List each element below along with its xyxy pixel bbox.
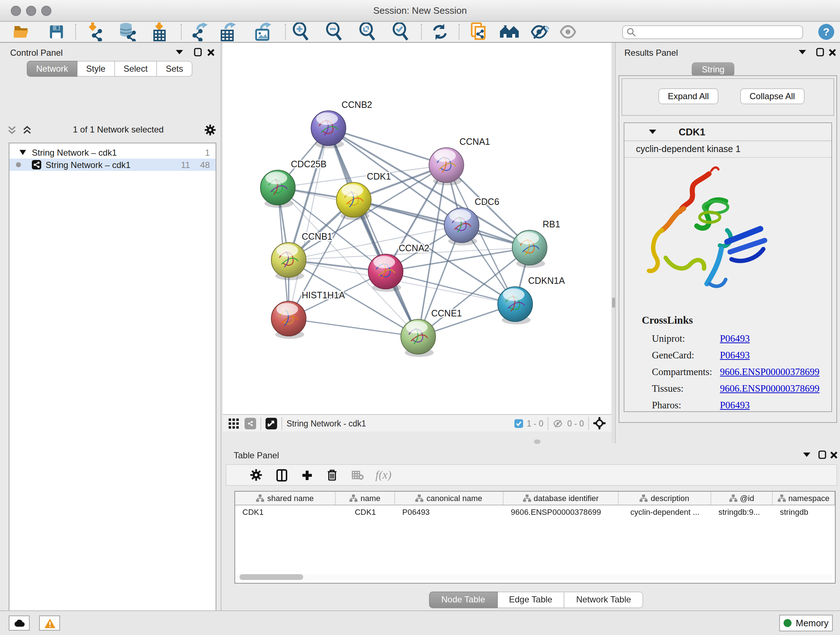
crosslink-link[interactable]: P06493	[720, 399, 750, 411]
collapse-all-networks-icon[interactable]	[7, 125, 17, 134]
tab-node-table[interactable]: Node Table	[429, 592, 497, 608]
vertical-splitter[interactable]	[611, 43, 615, 443]
table-cell[interactable]: cyclin-dependent ...	[619, 505, 711, 518]
export-image-icon[interactable]	[253, 22, 273, 41]
show-all-icon[interactable]	[559, 22, 579, 41]
expand-all-networks-icon[interactable]	[22, 125, 32, 134]
results-panel-close-icon[interactable]	[829, 48, 836, 57]
crosslink-link[interactable]: 9606.ENSP00000378699	[720, 383, 819, 394]
network-edge[interactable]	[328, 128, 447, 165]
table-row[interactable]: CDK1CDK1P064939606.ENSP00000378699cyclin…	[235, 505, 835, 518]
cloud-button[interactable]	[9, 616, 30, 631]
column-header-shared-name[interactable]: shared name	[235, 492, 336, 505]
add-column-icon[interactable]	[297, 466, 316, 484]
search-input[interactable]	[636, 27, 802, 37]
table-horizontal-scrollbar[interactable]	[237, 574, 832, 580]
table-panel-menu-icon[interactable]	[803, 452, 810, 458]
search-icon	[627, 27, 636, 37]
splitter-handle[interactable]	[612, 298, 615, 308]
delete-column-icon[interactable]	[323, 466, 341, 484]
detach-view-icon[interactable]	[265, 417, 277, 429]
crosslink-link[interactable]: 9606.ENSP00000378699	[720, 366, 819, 378]
column-header-namespace[interactable]: namespace	[773, 492, 835, 505]
network-node-ccnb2[interactable]: CCNB2	[311, 100, 372, 149]
column-header-database-identifier[interactable]: database identifier	[504, 492, 619, 505]
tab-edge-table[interactable]: Edge Table	[497, 592, 565, 608]
crosslink-link[interactable]: P06493	[720, 349, 750, 361]
import-network-from-database-icon[interactable]	[117, 22, 137, 41]
table-panel-close-icon[interactable]	[830, 450, 838, 459]
column-header-name[interactable]: name	[336, 492, 395, 505]
zoom-in-icon[interactable]	[291, 22, 311, 41]
column-header--id[interactable]: @id	[711, 492, 773, 505]
column-header-description[interactable]: description	[619, 492, 711, 505]
network-edge[interactable]	[289, 225, 462, 260]
control-panel-close-icon[interactable]	[207, 48, 215, 57]
collapse-all-button[interactable]: Collapse All	[740, 88, 804, 104]
table-cell[interactable]: stringdb:9...	[711, 505, 773, 518]
network-node-hist1h1a[interactable]: HIST1H1A	[271, 290, 345, 339]
control-panel-float-icon[interactable]	[194, 48, 202, 57]
selected-checkbox[interactable]	[515, 419, 523, 428]
network-node-rb1[interactable]: RB1	[512, 219, 561, 268]
memory-label: Memory	[796, 618, 829, 628]
expand-all-button[interactable]: Expand All	[658, 88, 718, 104]
network-options-gear-icon[interactable]	[205, 124, 216, 135]
tab-string[interactable]: String	[692, 62, 735, 77]
help-button[interactable]: ?	[818, 24, 834, 40]
network-collection-row[interactable]: String Network – cdk1 1	[9, 146, 216, 158]
refresh-icon[interactable]	[430, 22, 450, 41]
network-node-cdkn1a[interactable]: CDKN1A	[498, 276, 565, 325]
table-cell[interactable]: stringdb	[773, 505, 835, 518]
table-cell[interactable]: CDK1	[336, 505, 395, 518]
application-window: Session: New Session	[0, 0, 840, 635]
column-header-canonical-name[interactable]: canonical name	[395, 492, 504, 505]
import-network-file-icon[interactable]	[85, 22, 106, 41]
table-cell[interactable]: P06493	[395, 505, 504, 518]
zoom-fit-icon[interactable]	[357, 22, 378, 41]
protein-header-row[interactable]: CDK1	[624, 123, 831, 141]
network-node-cdc6[interactable]: CDC6	[444, 196, 499, 245]
zoom-out-icon[interactable]	[324, 22, 344, 41]
tab-network[interactable]: Network	[27, 61, 77, 77]
tab-style[interactable]: Style	[77, 61, 115, 77]
export-table-icon[interactable]	[218, 22, 239, 41]
show-columns-icon[interactable]	[272, 466, 291, 484]
network-edge[interactable]	[354, 200, 530, 248]
tab-select[interactable]: Select	[115, 61, 157, 77]
open-file-icon[interactable]	[11, 22, 32, 41]
pan-crosshair-icon[interactable]	[593, 417, 606, 429]
network-canvas[interactable]: CCNB2CCNA1CDC25BCDK1CDC6RB1CCNB1CCNA2CDK…	[223, 43, 611, 414]
export-network-icon[interactable]	[189, 22, 210, 41]
search-box[interactable]	[622, 25, 803, 39]
table-cell[interactable]: 9606.ENSP00000378699	[504, 505, 619, 518]
control-panel: Control Panel NetworkStyleSelectSets 1 o…	[0, 43, 221, 610]
first-neighbors-icon[interactable]	[499, 22, 519, 41]
network-birdseye-icon[interactable]	[245, 417, 256, 429]
table-settings-gear-icon[interactable]	[247, 466, 265, 484]
import-table-file-icon[interactable]	[149, 22, 169, 41]
save-session-icon[interactable]	[46, 22, 66, 41]
collection-expand-icon[interactable]	[19, 150, 26, 155]
grid-view-icon[interactable]	[229, 418, 239, 428]
scrollbar-thumb[interactable]	[240, 574, 303, 580]
clone-network-icon[interactable]	[469, 22, 489, 41]
crosslink-link[interactable]: P06493	[720, 333, 750, 344]
network-edge[interactable]	[289, 318, 418, 337]
hide-selected-icon[interactable]	[530, 22, 550, 41]
horizontal-splitter-handle[interactable]	[534, 440, 540, 444]
zoom-selected-icon[interactable]	[391, 22, 411, 41]
network-graph[interactable]: CCNB2CCNA1CDC25BCDK1CDC6RB1CCNB1CCNA2CDK…	[223, 43, 611, 414]
table-cell[interactable]: CDK1	[235, 505, 336, 518]
warnings-button[interactable]	[39, 616, 60, 631]
network-row[interactable]: String Network – cdk1 11 48	[9, 158, 216, 171]
results-panel-menu-icon[interactable]	[799, 49, 806, 55]
tab-sets[interactable]: Sets	[157, 61, 193, 77]
protein-expand-icon[interactable]	[649, 129, 656, 135]
results-panel-float-icon[interactable]	[816, 48, 824, 57]
tab-network-table[interactable]: Network Table	[565, 592, 644, 608]
memory-button[interactable]: Memory	[779, 615, 833, 631]
network-node-ccne1[interactable]: CCNE1	[401, 308, 462, 357]
table-panel-float-icon[interactable]	[818, 450, 826, 459]
control-panel-menu-icon[interactable]	[176, 49, 183, 55]
